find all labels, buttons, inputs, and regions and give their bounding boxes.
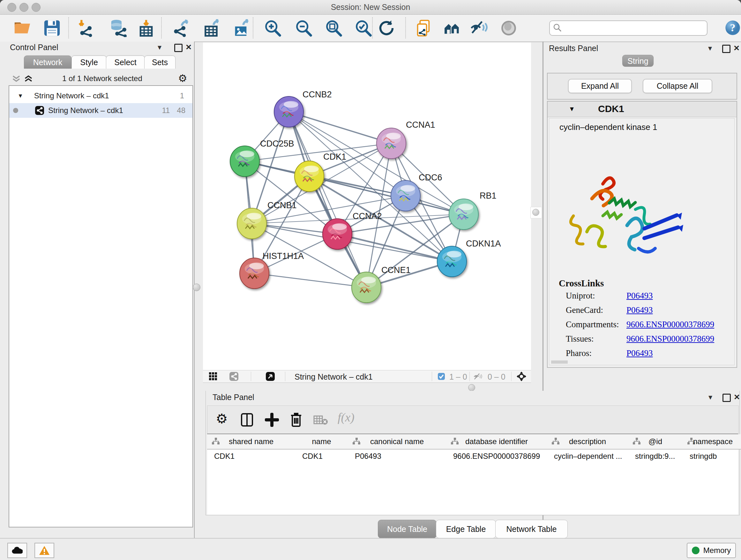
column-header-description[interactable]: description <box>547 434 628 449</box>
zoom-out-icon[interactable] <box>294 19 313 37</box>
import-network-database-icon[interactable] <box>109 19 128 37</box>
tab-select[interactable]: Select <box>106 56 145 69</box>
left-splitter-handle[interactable] <box>193 284 200 291</box>
results-panel-float-button[interactable] <box>722 45 731 53</box>
results-panel-float-menu[interactable]: ▾ <box>708 44 712 53</box>
control-panel-float-button[interactable] <box>174 44 183 52</box>
cell-database-identifier[interactable]: 9606.ENSP00000378699 <box>446 449 547 463</box>
export-image-icon[interactable] <box>232 19 251 37</box>
network-collection-row[interactable]: ▼ String Network – cdk1 1 <box>9 88 192 103</box>
export-network-icon[interactable] <box>172 19 190 37</box>
birds-eye-view-icon[interactable] <box>209 372 218 381</box>
column-header-database-identifier[interactable]: database identifier <box>446 434 547 449</box>
node-CCNA2[interactable] <box>323 219 352 249</box>
protein-card-header[interactable]: ▼ CDK1 <box>548 102 737 117</box>
edge-CCNB2-CCNE1[interactable] <box>289 112 366 287</box>
add-column-icon[interactable] <box>265 413 279 427</box>
edge-HIST1H1A-CCNE1[interactable] <box>254 273 366 287</box>
search-input[interactable] <box>566 22 701 34</box>
fit-selected-icon[interactable] <box>516 371 527 381</box>
help-icon[interactable]: ? <box>725 20 741 36</box>
column-header-name[interactable]: name <box>295 434 348 449</box>
tab-style[interactable]: Style <box>71 56 107 69</box>
horizontal-splitter-handle[interactable] <box>468 384 475 391</box>
network-list-gear-icon[interactable]: ⚙ <box>178 72 187 84</box>
show-columns-icon[interactable] <box>241 413 253 427</box>
node-CCNB1[interactable] <box>237 208 266 239</box>
card-scrollbar-stub[interactable] <box>551 361 568 364</box>
tab-network[interactable]: Network <box>24 56 71 69</box>
network-row-selected[interactable]: String Network – cdk1 11 48 <box>9 103 192 118</box>
cell-shared-name[interactable]: CDK1 <box>207 449 295 463</box>
string-tab-icon[interactable] <box>229 372 239 381</box>
node-CDC25B[interactable] <box>230 146 259 177</box>
table-panel-close-button[interactable]: ✕ <box>734 393 740 401</box>
tab-network-table[interactable]: Network Table <box>495 520 568 538</box>
expand-all-icon[interactable] <box>23 75 33 83</box>
edge-CCNB2-CCNA1[interactable] <box>289 112 391 143</box>
zoom-fit-icon[interactable] <box>325 19 342 37</box>
column-header-canonical-name[interactable]: canonical name <box>348 434 447 449</box>
show-hidden-icon[interactable] <box>500 19 518 37</box>
delete-column-icon[interactable] <box>290 412 302 428</box>
control-panel-close-button[interactable]: ✕ <box>185 43 192 52</box>
network-view[interactable]: CCNB2CCNA1CDC25BCDK1CDC6RB1CCNB1CCNA2CDK… <box>203 43 531 370</box>
control-panel-float-menu[interactable]: ▾ <box>158 43 161 52</box>
zoom-selected-icon[interactable] <box>354 19 372 37</box>
cloud-button[interactable] <box>7 543 27 558</box>
import-network-file-icon[interactable] <box>77 19 94 37</box>
collection-expand-arrow[interactable]: ▼ <box>17 92 23 99</box>
open-session-icon[interactable] <box>13 19 31 37</box>
hide-selected-icon[interactable] <box>470 19 488 37</box>
memory-button[interactable]: Memory <box>687 543 736 558</box>
cell-namespace[interactable]: stringdb <box>683 449 741 463</box>
right-splitter-handle[interactable] <box>532 209 539 216</box>
tab-string[interactable]: String <box>622 55 654 67</box>
column-header-shared-name[interactable]: shared name <box>207 434 295 449</box>
warning-button[interactable] <box>35 543 54 558</box>
edge-CCNA2-CDKN1A[interactable] <box>337 234 452 261</box>
node-CDC6[interactable] <box>391 180 420 211</box>
node-CCNB2[interactable] <box>274 97 304 127</box>
cell-name[interactable]: CDK1 <box>295 449 348 463</box>
results-panel-close-button[interactable]: ✕ <box>733 44 740 53</box>
node-CDKN1A[interactable] <box>437 246 467 277</box>
export-table-icon[interactable] <box>203 19 221 37</box>
node-HIST1H1A[interactable] <box>240 258 269 289</box>
crosslink-link[interactable]: 9606.ENSP00000378699 <box>626 334 714 344</box>
protein-card: ▼ CDK1 cyclin–dependent kinase 1 <box>547 101 737 368</box>
cell-canonical-name[interactable]: P06493 <box>348 449 446 463</box>
tab-node-table[interactable]: Node Table <box>378 520 436 538</box>
network-canvas[interactable]: CCNB2CCNA1CDC25BCDK1CDC6RB1CCNB1CCNA2CDK… <box>203 43 531 370</box>
selected-nodes-checkbox[interactable] <box>437 373 445 380</box>
table-panel-float-button[interactable] <box>723 394 731 402</box>
copy-network-icon[interactable] <box>415 19 433 37</box>
refresh-layout-icon[interactable] <box>378 19 395 37</box>
network-title: String Network – cdk1 <box>294 372 373 381</box>
node-RB1[interactable] <box>449 199 478 230</box>
node-CDK1[interactable] <box>294 161 324 192</box>
zoom-in-icon[interactable] <box>264 19 281 37</box>
table-gear-icon[interactable]: ⚙ <box>216 411 228 427</box>
expand-all-button[interactable]: Expand All <box>568 79 632 93</box>
node-CCNE1[interactable] <box>352 272 381 303</box>
collapse-all-button[interactable]: Collapse All <box>643 79 712 93</box>
collapse-arrow-icon[interactable]: ▼ <box>569 105 575 113</box>
column-header-namespace[interactable]: namespace <box>683 434 741 449</box>
save-session-icon[interactable] <box>43 19 61 37</box>
crosslink-link[interactable]: 9606.ENSP00000378699 <box>626 320 714 329</box>
crosslink-link[interactable]: P06493 <box>626 348 653 358</box>
table-panel-float-menu[interactable]: ▾ <box>709 393 712 401</box>
tab-sets[interactable]: Sets <box>144 56 176 69</box>
column-header--id[interactable]: @id <box>628 434 683 449</box>
collapse-all-icon[interactable] <box>11 75 21 83</box>
first-neighbors-icon[interactable] <box>443 19 461 37</box>
crosslink-link[interactable]: P06493 <box>626 291 653 301</box>
cell-description[interactable]: cyclin–dependent ... <box>547 449 628 463</box>
tab-edge-table[interactable]: Edge Table <box>436 520 496 538</box>
crosslink-link[interactable]: P06493 <box>626 305 653 315</box>
node-CCNA1[interactable] <box>377 128 406 159</box>
import-table-icon[interactable] <box>137 19 155 37</box>
network-popout-icon[interactable] <box>266 372 275 381</box>
cell--id[interactable]: stringdb:9... <box>628 449 683 463</box>
